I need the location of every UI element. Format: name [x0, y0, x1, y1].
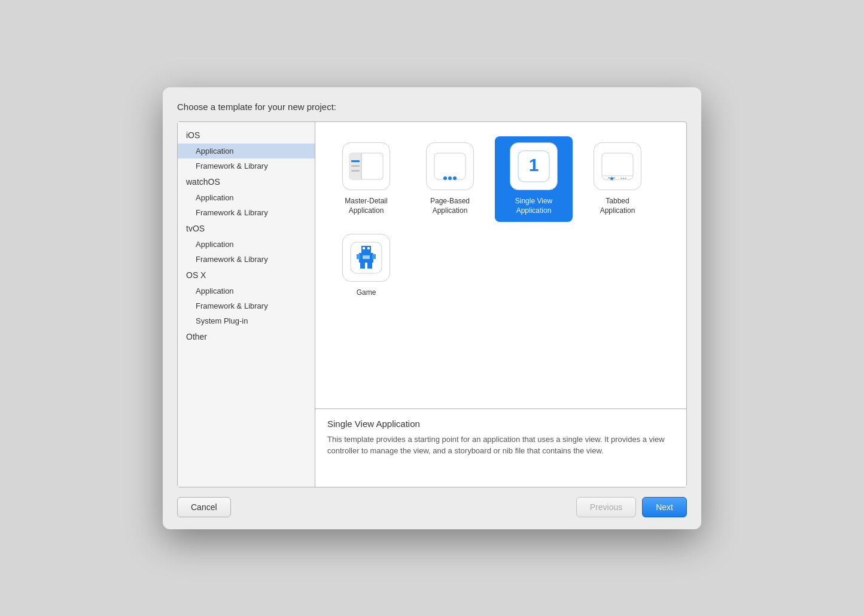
sidebar: iOS Application Framework & Library watc… — [178, 122, 315, 487]
template-master-detail[interactable]: Master-DetailApplication — [327, 136, 405, 222]
svg-rect-7 — [434, 153, 466, 179]
sidebar-section-osx[interactable]: OS X — [178, 267, 315, 283]
template-label-tabbed: TabbedApplication — [600, 196, 635, 216]
svg-rect-20 — [363, 247, 365, 249]
tabbed-icon: ★ ••• — [600, 148, 635, 184]
template-tabbed[interactable]: ★ ••• TabbedApplication — [579, 136, 656, 222]
master-detail-icon — [348, 148, 384, 184]
game-icon — [348, 240, 384, 276]
description-title: Single View Application — [327, 419, 674, 429]
svg-rect-26 — [367, 263, 372, 269]
sidebar-item-watchos-application[interactable]: Application — [178, 190, 315, 205]
sidebar-section-other[interactable]: Other — [178, 328, 315, 345]
sidebar-section-ios[interactable]: iOS — [178, 127, 315, 144]
previous-button[interactable]: Previous — [576, 497, 636, 517]
svg-text:•••: ••• — [620, 175, 627, 182]
svg-rect-23 — [357, 254, 360, 259]
sidebar-item-osx-application[interactable]: Application — [178, 283, 315, 298]
svg-text:★: ★ — [609, 175, 614, 182]
svg-point-10 — [453, 176, 457, 180]
template-single-view[interactable]: 1 Single ViewApplication — [495, 136, 573, 222]
svg-text:1: 1 — [529, 155, 539, 175]
template-label-page-based: Page-BasedApplication — [430, 196, 470, 216]
sidebar-item-osx-framework[interactable]: Framework & Library — [178, 298, 315, 313]
new-project-dialog: Choose a template for your new project: … — [163, 87, 701, 529]
template-label-master-detail: Master-DetailApplication — [345, 196, 387, 216]
template-game[interactable]: Game — [327, 228, 405, 304]
template-page-based[interactable]: Page-BasedApplication — [411, 136, 489, 222]
svg-rect-4 — [351, 160, 360, 162]
sidebar-item-watchos-framework[interactable]: Framework & Library — [178, 205, 315, 220]
page-based-icon — [432, 148, 468, 184]
cancel-button[interactable]: Cancel — [177, 497, 231, 517]
footer-right: Previous Next — [576, 497, 687, 517]
template-icon-master-detail — [342, 142, 390, 190]
sidebar-item-tvos-application[interactable]: Application — [178, 237, 315, 252]
svg-rect-25 — [360, 263, 365, 269]
description-text: This template provides a starting point … — [327, 434, 674, 457]
description-area: Single View Application This template pr… — [315, 409, 686, 487]
sidebar-item-ios-framework[interactable]: Framework & Library — [178, 158, 315, 173]
svg-rect-17 — [608, 178, 615, 178]
svg-point-8 — [443, 176, 447, 180]
svg-point-9 — [448, 176, 452, 180]
svg-rect-24 — [372, 254, 376, 259]
sidebar-item-tvos-framework[interactable]: Framework & Library — [178, 252, 315, 267]
dialog-body: iOS Application Framework & Library watc… — [177, 121, 687, 487]
svg-rect-13 — [602, 153, 633, 179]
template-label-game: Game — [357, 288, 376, 298]
sidebar-item-ios-application[interactable]: Application — [178, 144, 315, 158]
svg-rect-21 — [367, 247, 370, 249]
template-icon-single-view: 1 — [510, 142, 558, 190]
main-content: Master-DetailApplication Page-BasedAppli… — [315, 122, 686, 487]
templates-grid: Master-DetailApplication Page-BasedAppli… — [315, 122, 686, 409]
svg-rect-5 — [351, 165, 360, 167]
dialog-title: Choose a template for your new project: — [177, 102, 687, 112]
template-icon-game — [342, 234, 390, 282]
sidebar-item-osx-plugin[interactable]: System Plug-in — [178, 313, 315, 328]
svg-rect-6 — [351, 170, 360, 172]
sidebar-section-watchos[interactable]: watchOS — [178, 173, 315, 190]
dialog-footer: Cancel Previous Next — [177, 497, 687, 517]
template-label-single-view: Single ViewApplication — [515, 196, 552, 216]
svg-rect-27 — [363, 255, 370, 259]
next-button[interactable]: Next — [642, 497, 687, 517]
template-icon-page-based — [426, 142, 474, 190]
sidebar-section-tvos[interactable]: tvOS — [178, 220, 315, 237]
template-icon-tabbed: ★ ••• — [594, 142, 641, 190]
single-view-icon: 1 — [516, 148, 552, 184]
